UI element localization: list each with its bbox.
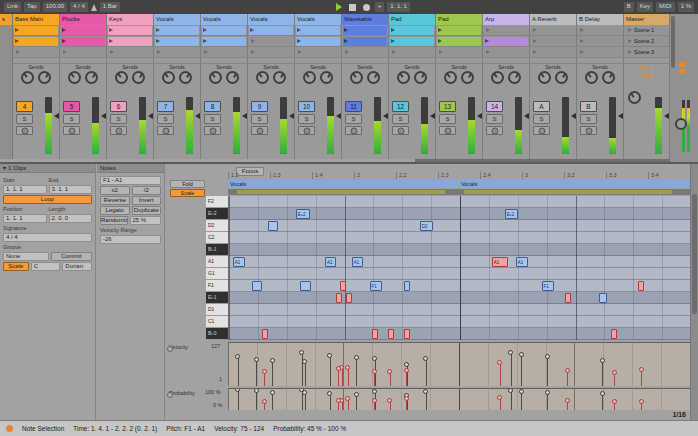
clip[interactable] bbox=[296, 37, 340, 46]
velocity-marker[interactable] bbox=[348, 367, 349, 386]
midi-note[interactable] bbox=[336, 293, 342, 303]
probability-marker[interactable] bbox=[264, 401, 265, 410]
track-number-button[interactable]: 4 bbox=[16, 101, 33, 112]
velocity-marker[interactable] bbox=[547, 356, 548, 386]
send-b-knob[interactable] bbox=[320, 71, 333, 84]
probability-lane[interactable] bbox=[228, 388, 690, 410]
clip-slot[interactable] bbox=[389, 47, 435, 58]
clip-end-field[interactable]: 3. 1. 1 bbox=[49, 185, 93, 194]
probability-marker[interactable] bbox=[602, 393, 603, 410]
clip-slot[interactable] bbox=[107, 36, 153, 47]
midi-note[interactable]: E♭2 bbox=[296, 209, 310, 219]
arm-button[interactable] bbox=[251, 126, 268, 135]
track-number-button[interactable]: B bbox=[580, 101, 597, 112]
volume-fader-handle[interactable] bbox=[477, 113, 482, 119]
arm-button[interactable] bbox=[63, 126, 80, 135]
midi-note[interactable] bbox=[268, 221, 278, 231]
loop-region-2[interactable] bbox=[464, 190, 672, 194]
send-a-knob[interactable] bbox=[162, 71, 175, 84]
probability-marker[interactable] bbox=[348, 398, 349, 410]
clip-slot[interactable] bbox=[13, 36, 59, 47]
clip[interactable] bbox=[155, 37, 199, 46]
track-header[interactable]: Arp bbox=[483, 14, 529, 25]
midi-note[interactable] bbox=[611, 329, 617, 339]
send-b-knob[interactable] bbox=[414, 71, 427, 84]
midi-note[interactable]: A1 bbox=[492, 257, 509, 267]
clip-title-bar-2[interactable]: Vocals bbox=[459, 180, 690, 188]
track-header[interactable]: Pad bbox=[436, 14, 482, 25]
clip[interactable] bbox=[61, 37, 105, 46]
probability-marker[interactable] bbox=[521, 391, 522, 410]
send-b-knob[interactable] bbox=[367, 71, 380, 84]
clip-slot[interactable] bbox=[483, 25, 529, 36]
solo-button[interactable]: S bbox=[439, 114, 456, 124]
send-a-knob[interactable] bbox=[538, 71, 551, 84]
clip-slot[interactable] bbox=[107, 47, 153, 58]
tempo-field[interactable]: 100.00 bbox=[43, 2, 67, 12]
send-a-knob[interactable] bbox=[68, 71, 81, 84]
draw-mode-button[interactable]: B bbox=[624, 2, 634, 12]
velocity-marker[interactable] bbox=[342, 367, 343, 386]
clip-slot[interactable] bbox=[436, 36, 482, 47]
clip[interactable] bbox=[249, 26, 293, 35]
velocity-lane-handle[interactable] bbox=[167, 346, 173, 352]
velocity-marker[interactable] bbox=[602, 360, 603, 386]
clip[interactable] bbox=[437, 26, 481, 35]
velocity-marker[interactable] bbox=[256, 359, 257, 386]
solo-button[interactable]: S bbox=[251, 114, 268, 124]
probability-marker[interactable] bbox=[238, 389, 239, 410]
clip[interactable] bbox=[14, 26, 58, 35]
clip[interactable] bbox=[343, 37, 387, 46]
link-button[interactable]: Link bbox=[4, 2, 21, 12]
editor-vertical-scrollbar[interactable] bbox=[690, 164, 698, 420]
arm-button[interactable] bbox=[110, 126, 127, 135]
scale-name-selector[interactable]: Dorian bbox=[62, 262, 92, 271]
send-a-knob[interactable] bbox=[256, 71, 269, 84]
randomize-button[interactable]: Randomize bbox=[100, 216, 128, 225]
midi-map-button[interactable]: MIDI bbox=[656, 2, 675, 12]
master-track-header[interactable]: Master bbox=[624, 14, 669, 25]
preview-volume-knob[interactable] bbox=[675, 118, 687, 130]
velocity-marker[interactable] bbox=[500, 362, 501, 386]
send-a-knob[interactable] bbox=[350, 71, 363, 84]
probability-marker[interactable] bbox=[256, 390, 257, 410]
send-a-knob[interactable] bbox=[491, 71, 504, 84]
send-b-knob[interactable] bbox=[226, 71, 239, 84]
velocity-marker[interactable] bbox=[511, 352, 512, 386]
track-header[interactable]: Vocals bbox=[295, 14, 341, 25]
track-header[interactable]: Wavetable bbox=[342, 14, 388, 25]
note-grid[interactable]: E♭2E♭2D2A1A1A1A1A1F1F1 bbox=[228, 196, 690, 340]
clip-slot[interactable] bbox=[577, 36, 623, 47]
probability-lane-handle[interactable] bbox=[167, 392, 173, 398]
probability-marker[interactable] bbox=[305, 392, 306, 410]
velocity-marker[interactable] bbox=[390, 371, 391, 386]
clip-slot[interactable] bbox=[577, 47, 623, 58]
volume-fader-handle[interactable] bbox=[195, 113, 200, 119]
clip-slot[interactable] bbox=[295, 25, 341, 36]
editor-scroll-thumb[interactable] bbox=[692, 194, 697, 314]
midi-note[interactable]: F1 bbox=[370, 281, 382, 291]
velocity-marker[interactable] bbox=[614, 372, 615, 386]
clip[interactable] bbox=[484, 37, 528, 46]
reverse-button[interactable]: Reverse bbox=[100, 196, 130, 205]
clip-slot[interactable] bbox=[530, 25, 576, 36]
send-b-post-toggle[interactable]: Post bbox=[624, 72, 669, 79]
send-b-knob[interactable] bbox=[602, 71, 615, 84]
track-number-button[interactable]: 6 bbox=[110, 101, 127, 112]
velocity-marker[interactable] bbox=[567, 370, 568, 386]
track-header[interactable]: Plucks bbox=[60, 14, 106, 25]
clip-slot[interactable] bbox=[13, 47, 59, 58]
probability-marker[interactable] bbox=[338, 400, 339, 411]
arm-button[interactable] bbox=[16, 126, 33, 135]
clip-slot[interactable] bbox=[107, 25, 153, 36]
clip-slot[interactable] bbox=[530, 47, 576, 58]
midi-note[interactable]: F1 bbox=[542, 281, 554, 291]
midi-note[interactable]: E♭2 bbox=[505, 209, 518, 219]
clip[interactable] bbox=[61, 26, 105, 35]
track-number-button[interactable]: 12 bbox=[392, 101, 409, 112]
velocity-range-field[interactable]: -26 bbox=[100, 235, 161, 244]
probability-marker[interactable] bbox=[500, 397, 501, 410]
midi-note[interactable]: A1 bbox=[516, 257, 528, 267]
loop-region-1[interactable] bbox=[237, 190, 445, 194]
solo-button[interactable]: S bbox=[486, 114, 503, 124]
